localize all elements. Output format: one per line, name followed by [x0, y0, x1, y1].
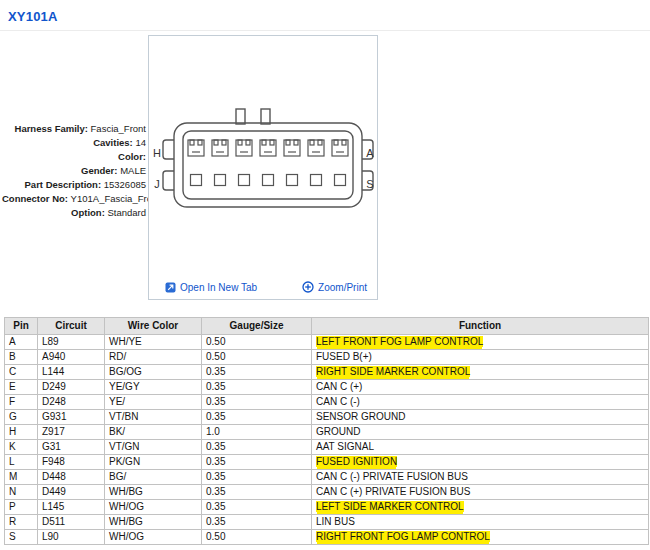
cell-function: FUSED IGNITION — [312, 455, 649, 470]
info-value: 14 — [135, 137, 146, 148]
terminal-cavity — [188, 140, 204, 156]
cell-function: LEFT FRONT FOG LAMP CONTROL — [312, 335, 649, 350]
info-value: Fascia_Front — [91, 123, 146, 134]
cell-circuit: A940 — [38, 350, 105, 365]
cell-function: CAN C (+) PRIVATE FUSION BUS — [312, 485, 649, 500]
side-lock-tab — [163, 140, 174, 159]
function-text-highlighted: RIGHT FRONT FOG LAMP CONTROL — [316, 531, 490, 542]
col-header-wire: Wire Color — [105, 318, 202, 335]
cell-circuit: D448 — [38, 470, 105, 485]
open-in-new-tab-label: Open In New Tab — [180, 282, 257, 293]
cell-pin: P — [5, 500, 38, 515]
cell-wire-color: YE/ — [105, 395, 202, 410]
pinout-header-row: Pin Circuit Wire Color Gauge/Size Functi… — [5, 318, 649, 335]
cell-circuit: D449 — [38, 485, 105, 500]
cell-circuit: G31 — [38, 440, 105, 455]
cell-wire-color: BG/ — [105, 470, 202, 485]
cell-circuit: D249 — [38, 380, 105, 395]
col-header-gauge: Gauge/Size — [202, 318, 312, 335]
terminal-cavity — [335, 175, 346, 186]
pin-row-C: CL144BG/OG0.35RIGHT SIDE MARKER CONTROL — [5, 365, 649, 380]
diagram-links: Open In New Tab Zoom/Print — [149, 281, 377, 293]
cell-function: SENSOR GROUND — [312, 410, 649, 425]
col-header-pin: Pin — [5, 318, 38, 335]
cell-function: RIGHT FRONT FOG LAMP CONTROL — [312, 530, 649, 545]
cell-pin: S — [5, 530, 38, 545]
pin-row-R: RD511WH/BG0.35LIN BUS — [5, 515, 649, 530]
zoom-print-link[interactable]: Zoom/Print — [302, 281, 367, 293]
cell-pin: B — [5, 350, 38, 365]
cell-gauge: 0.50 — [202, 350, 312, 365]
cell-function: FUSED B(+) — [312, 350, 649, 365]
info-value: MALE — [120, 165, 146, 176]
open-in-new-tab-icon — [165, 282, 176, 293]
cell-wire-color: WH/BG — [105, 485, 202, 500]
cell-function: CAN C (-) — [312, 395, 649, 410]
cell-function: LIN BUS — [312, 515, 649, 530]
cell-circuit: Z917 — [38, 425, 105, 440]
header-divider — [0, 30, 650, 31]
cell-gauge: 0.50 — [202, 530, 312, 545]
cell-pin: C — [5, 365, 38, 380]
mounting-tab — [236, 109, 245, 124]
cell-gauge: 0.35 — [202, 410, 312, 425]
function-text-highlighted: FUSED IGNITION — [316, 456, 397, 467]
pin-row-F: FD248YE/0.35CAN C (-) — [5, 395, 649, 410]
cell-function: CAN C (-) PRIVATE FUSION BUS — [312, 470, 649, 485]
pin-row-A: AL89WH/YE0.50LEFT FRONT FOG LAMP CONTROL — [5, 335, 649, 350]
cell-circuit: L144 — [38, 365, 105, 380]
open-in-new-tab-link[interactable]: Open In New Tab — [165, 282, 257, 293]
pin-row-G: GG931VT/BN0.35SENSOR GROUND — [5, 410, 649, 425]
cell-pin: G — [5, 410, 38, 425]
row-label-a: A — [366, 147, 374, 159]
cell-gauge: 0.35 — [202, 395, 312, 410]
function-text-highlighted: RIGHT SIDE MARKER CONTROL — [316, 366, 470, 377]
cell-wire-color: WH/OG — [105, 530, 202, 545]
cell-gauge: 0.35 — [202, 365, 312, 380]
info-field-option: Option: Standard — [2, 206, 146, 220]
cell-gauge: 0.35 — [202, 485, 312, 500]
row-label-h: H — [153, 147, 161, 159]
cell-pin: A — [5, 335, 38, 350]
cell-wire-color: RD/ — [105, 350, 202, 365]
terminal-cavity — [308, 140, 324, 156]
cell-wire-color: VT/BN — [105, 410, 202, 425]
cell-pin: K — [5, 440, 38, 455]
cell-pin: F — [5, 395, 38, 410]
cell-pin: N — [5, 485, 38, 500]
cell-gauge: 0.35 — [202, 470, 312, 485]
cell-function: AAT SIGNAL — [312, 440, 649, 455]
cell-pin: H — [5, 425, 38, 440]
info-label: Harness Family: — [15, 123, 91, 134]
cell-pin: E — [5, 380, 38, 395]
connector-info-panel: Harness Family: Fascia_FrontCavities: 14… — [2, 122, 146, 220]
function-text: SENSOR GROUND — [316, 411, 405, 422]
row-label-j: J — [154, 178, 160, 190]
cell-gauge: 0.35 — [202, 515, 312, 530]
cell-pin: L — [5, 455, 38, 470]
info-field-harness-family: Harness Family: Fascia_Front — [2, 122, 146, 136]
cell-gauge: 0.35 — [202, 500, 312, 515]
terminal-cavity — [212, 140, 228, 156]
pin-row-K: KG31VT/GN0.35AAT SIGNAL — [5, 440, 649, 455]
cell-wire-color: BK/ — [105, 425, 202, 440]
function-text: CAN C (-) — [316, 396, 360, 407]
terminal-cavity — [332, 140, 348, 156]
cell-wire-color: VT/GN — [105, 440, 202, 455]
function-text-highlighted: LEFT SIDE MARKER CONTROL — [316, 501, 464, 512]
cell-circuit: F948 — [38, 455, 105, 470]
connector-diagram-panel: H A J S Open In New Tab Zoom/Print — [148, 35, 378, 300]
terminal-cavity — [284, 140, 300, 156]
info-value: Standard — [107, 207, 146, 218]
terminal-cavity — [311, 175, 322, 186]
cell-pin: R — [5, 515, 38, 530]
cell-function: GROUND — [312, 425, 649, 440]
info-label: Option: — [71, 207, 107, 218]
mounting-tab — [261, 109, 270, 124]
cell-gauge: 1.0 — [202, 425, 312, 440]
connector-shell — [163, 109, 373, 207]
info-field-part-description: Part Description: 15326085 — [2, 178, 146, 192]
function-text: FUSED B(+) — [316, 351, 372, 362]
pin-row-S: SL90WH/OG0.50RIGHT FRONT FOG LAMP CONTRO… — [5, 530, 649, 545]
cell-function: LEFT SIDE MARKER CONTROL — [312, 500, 649, 515]
